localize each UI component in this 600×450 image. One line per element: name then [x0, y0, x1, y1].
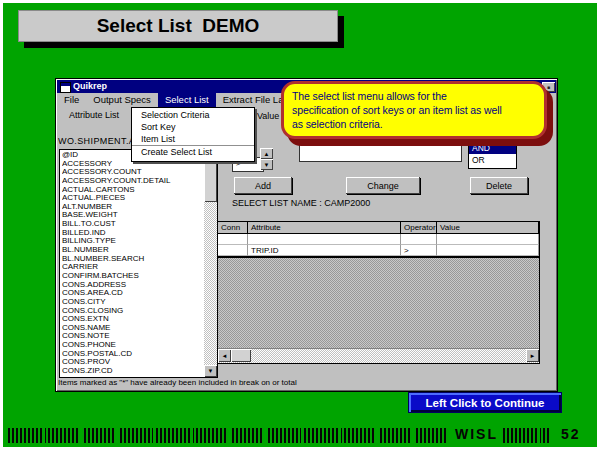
menu-output-specs[interactable]: Output Specs	[86, 93, 158, 107]
spin-up-icon: ▲	[264, 151, 270, 157]
menu-file[interactable]: File	[57, 93, 86, 107]
menu-select-list[interactable]: Select List	[158, 93, 216, 107]
value-input[interactable]	[299, 143, 462, 162]
grid-cell-value	[437, 234, 539, 245]
delete-button[interactable]: Delete	[470, 177, 528, 194]
change-button[interactable]: Change	[346, 177, 420, 194]
attribute-items: @ID ACCESSORY ACCESSORY.COUNT ACCESSORY.…	[62, 151, 204, 376]
grid-header-value: Value	[437, 222, 539, 233]
status-text: Items marked as "*" have already been in…	[58, 378, 297, 387]
scroll-left-button[interactable]: ◄	[218, 349, 231, 362]
continue-button[interactable]: Left Click to Continue	[408, 392, 562, 413]
barcode-left	[8, 428, 446, 443]
select-list-name-label: SELECT LIST NAME : CAMP2000	[232, 198, 370, 208]
menu-item-item-list[interactable]: Item List	[132, 133, 254, 146]
grid-cell-attribute	[248, 234, 401, 245]
operator-spin-up-button[interactable]: ▲	[260, 148, 273, 159]
grid-horizontal-scrollbar[interactable]: ◄ ►	[218, 348, 539, 363]
grid-cell-operator	[401, 234, 437, 245]
scroll-right-button[interactable]: ►	[526, 349, 539, 362]
grid-header-operator: Operator	[401, 222, 437, 233]
scrollbar-thumb[interactable]	[204, 162, 217, 202]
connector-option-or[interactable]: OR	[469, 154, 516, 166]
attribute-list-scrollbar[interactable]: ▲ ▼	[204, 150, 217, 377]
menu-item-sort-key[interactable]: Sort Key	[132, 121, 254, 133]
grid-cell-conn	[218, 234, 248, 245]
callout-bubble: The select list menu allows for the spec…	[281, 81, 547, 139]
connector-option-and[interactable]: AND	[469, 142, 516, 154]
criteria-grid: Conn Attribute Operator Value TRIP.ID > …	[217, 221, 540, 364]
spin-down-icon: ▼	[264, 162, 270, 168]
barcode-right	[503, 428, 549, 443]
add-button[interactable]: Add	[234, 177, 292, 194]
grid-cell-value	[437, 245, 539, 256]
operator-spin-down-button[interactable]: ▼	[260, 159, 273, 170]
scroll-left-icon: ◄	[222, 353, 228, 359]
grid-header-attribute: Attribute	[248, 222, 401, 233]
footer-org: WISL	[455, 426, 498, 442]
select-list-dropdown-menu: Selection Criteria Sort Key Item List Cr…	[131, 107, 255, 162]
callout-line: The select list menu allows for the	[292, 89, 536, 103]
scroll-down-button[interactable]: ▼	[204, 365, 217, 377]
attribute-listbox: @ID ACCESSORY ACCESSORY.COUNT ACCESSORY.…	[59, 149, 218, 378]
connector-listbox: AND OR	[468, 141, 517, 169]
slide-title-banner: Select List DEMO	[18, 10, 338, 42]
grid-row[interactable]	[218, 234, 539, 245]
menu-item-create-select-list[interactable]: Create Select List	[132, 146, 254, 158]
scrollbar-thumb[interactable]	[231, 349, 251, 362]
attribute-item[interactable]: CONS.ZIP.CD	[62, 367, 204, 376]
grid-cell-operator: >	[401, 245, 437, 256]
grid-row[interactable]: TRIP.ID >	[218, 245, 539, 258]
grid-cell-conn	[218, 245, 248, 256]
grid-header-row: Conn Attribute Operator Value	[218, 222, 539, 234]
footer-page-number: 52	[561, 426, 581, 442]
grid-cell-attribute: TRIP.ID	[248, 245, 401, 256]
value-label: Value	[257, 111, 279, 121]
window-title: Quikrep	[73, 81, 107, 91]
grid-header-conn: Conn	[218, 222, 248, 233]
callout-line: specification of sort keys or an item li…	[292, 103, 536, 117]
app-icon	[60, 82, 71, 93]
slide-title: Select List DEMO	[97, 15, 260, 37]
window-control-icon: ■	[547, 84, 550, 90]
callout-line: as selection criteria.	[292, 117, 536, 131]
attribute-list-label: Attribute List	[69, 110, 119, 120]
menu-item-selection-criteria[interactable]: Selection Criteria	[132, 109, 254, 121]
scroll-right-icon: ►	[530, 353, 536, 359]
scroll-down-icon: ▼	[208, 368, 214, 374]
